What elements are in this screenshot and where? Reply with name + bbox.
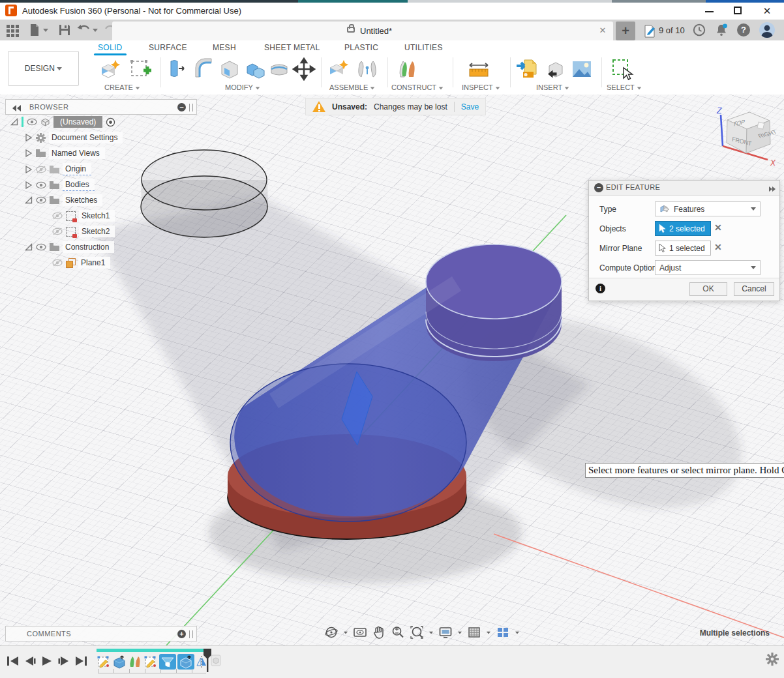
shell-icon[interactable] [218,57,241,81]
mirror-plane-selection-button[interactable]: 1 selected [655,241,711,256]
go-to-end-button[interactable] [74,655,87,667]
plane1-label[interactable]: Plane1 [78,257,110,269]
step-back-button[interactable] [23,655,37,667]
browser-row-sketches[interactable]: Sketches [5,193,196,209]
eye-visible-icon[interactable] [36,181,46,189]
group-assemble[interactable]: ASSEMBLE [329,83,375,91]
viewports-icon[interactable] [496,625,510,640]
tab-plastic[interactable]: PLASTIC [344,43,378,52]
browser-panel-header[interactable]: BROWSER – [5,99,197,115]
history-clock-icon[interactable] [693,23,706,37]
view-cube[interactable]: TOP FRONT RIGHT Z X [706,104,781,176]
save-link[interactable]: Save [461,102,479,111]
split-body-icon[interactable] [267,57,291,81]
undo-icon[interactable] [77,23,91,37]
tab-solid[interactable]: SOLID [98,43,123,52]
combine-icon[interactable] [244,57,267,81]
workspace-selector[interactable]: DESIGN [8,51,79,86]
group-select[interactable]: SELECT [607,83,642,91]
grid-settings-icon[interactable] [467,625,481,640]
group-create[interactable]: CREATE [104,83,140,91]
browser-row-document-settings[interactable]: Document Settings [5,130,196,146]
eye-hidden-icon[interactable] [52,212,63,220]
objects-selection-button[interactable]: 2 selected [655,221,711,236]
grid-caret-icon[interactable] [487,631,490,634]
cancel-button[interactable]: Cancel [734,282,774,296]
sketch1-label[interactable]: Sketch1 [79,210,115,222]
timeline-sketch2-feature[interactable] [143,654,158,670]
expander-closed-icon[interactable] [25,166,33,173]
measure-icon[interactable] [467,57,490,81]
document-tab-close-icon[interactable]: ✕ [597,25,608,35]
group-construct[interactable]: CONSTRUCT [391,83,444,91]
close-button[interactable]: ✕ [754,3,780,20]
dialog-flyout-icon[interactable] [769,184,776,194]
info-icon[interactable]: i [596,284,605,293]
timeline-extrude2-feature-selected[interactable] [177,654,194,670]
fit-view-icon[interactable] [410,625,424,640]
comments-panel-header[interactable]: COMMENTS + [5,626,197,641]
browser-minimize-button[interactable]: – [177,103,186,111]
pan-hand-icon[interactable] [372,625,386,640]
ok-button[interactable]: OK [689,282,727,296]
construct-plane-icon[interactable] [397,57,420,81]
browser-row-origin[interactable]: Origin [5,162,196,177]
sketches-label[interactable]: Sketches [63,194,102,206]
activate-radio-icon[interactable] [106,117,115,127]
look-at-icon[interactable] [353,625,367,640]
insert-svg-icon[interactable] [515,57,539,81]
eye-hidden-icon[interactable] [36,166,46,173]
bodies-label[interactable]: Bodies [63,179,95,191]
browser-row-sketch1[interactable]: Sketch1 [5,209,196,224]
comments-add-button[interactable]: + [177,630,186,638]
timeline-hole-feature-selected[interactable] [159,654,176,670]
zoom-icon[interactable] [391,625,405,640]
dialog-minimize-button[interactable]: – [594,183,603,192]
help-button[interactable]: ? [737,23,750,37]
dialog-header[interactable]: – EDIT FEATURE [589,181,779,196]
joint-icon[interactable] [355,57,379,81]
insert-canvas-icon[interactable] [570,57,594,81]
group-insert[interactable]: INSERT [536,83,569,91]
display-caret-icon[interactable] [458,631,462,634]
browser-collapse-icon[interactable] [12,104,22,113]
timeline-rolled-back-feature[interactable] [210,654,222,667]
go-to-start-button[interactable] [7,655,20,667]
tab-sheet-metal[interactable]: SHEET METAL [264,43,320,52]
viewports-caret-icon[interactable] [515,631,519,634]
press-pull-icon[interactable] [166,57,189,81]
app-grid-icon[interactable] [5,23,20,37]
document-settings-label[interactable]: Document Settings [49,132,123,143]
timeline-extrude1-feature[interactable] [112,654,127,670]
origin-label[interactable]: Origin [63,163,91,175]
browser-row-bodies[interactable]: Bodies [5,177,196,193]
select-icon[interactable] [611,57,634,81]
document-tab[interactable]: Untitled* ✕ [112,22,613,40]
undo-caret-icon[interactable] [93,29,98,32]
expander-open-icon[interactable] [10,118,18,126]
expander-closed-icon[interactable] [25,149,33,157]
group-inspect[interactable]: INSPECT [462,83,500,91]
browser-row-plane1[interactable]: Plane1 [5,256,196,271]
timeline-plane-feature[interactable] [128,654,142,670]
eye-visible-icon[interactable] [36,196,46,204]
job-status-icon[interactable] [642,24,657,38]
user-avatar[interactable] [759,22,775,38]
orbit-icon[interactable] [324,625,339,640]
compute-option-dropdown[interactable]: Adjust [655,260,761,275]
type-dropdown[interactable]: Features [655,201,761,216]
create-solid-icon[interactable] [98,57,121,81]
fillet-icon[interactable] [192,57,215,81]
objects-clear-icon[interactable]: ✕ [714,222,722,233]
orbit-caret-icon[interactable] [344,631,348,634]
eye-hidden-icon[interactable] [52,228,63,235]
browser-grip-handle[interactable] [189,104,193,111]
browser-row-sketch2[interactable]: Sketch2 [5,224,196,240]
viewport[interactable]: TOP FRONT RIGHT Z X BROWSER – (Unsaved) [0,95,784,645]
tab-surface[interactable]: SURFACE [149,43,187,52]
eye-visible-icon[interactable] [27,118,37,126]
boss-base-circle[interactable] [230,364,466,522]
file-menu-icon[interactable] [27,23,42,37]
save-icon[interactable] [57,23,72,37]
display-settings-icon[interactable] [438,625,453,640]
